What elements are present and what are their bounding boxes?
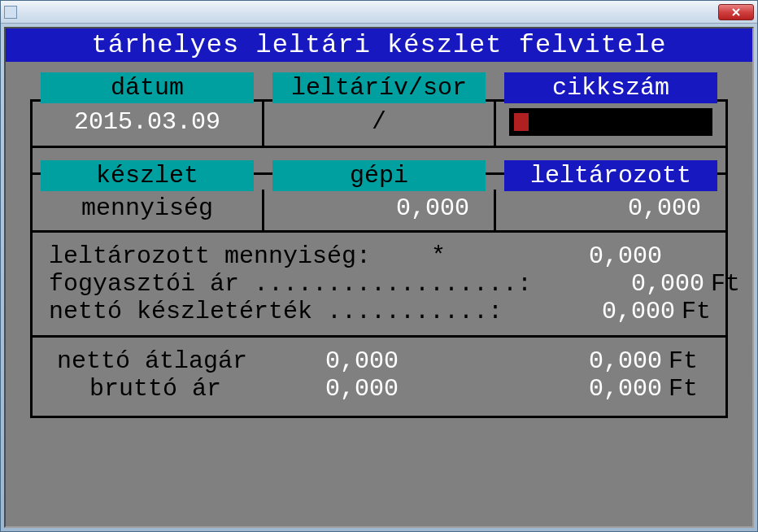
leltariv-label: leltárív/sor — [272, 72, 486, 103]
detail-line-2: fogyasztói ár ..................: 0,000 … — [49, 270, 701, 298]
close-button[interactable] — [718, 4, 754, 20]
l3-unit: Ft — [682, 298, 714, 325]
l2-label: fogyasztói ár ..................: — [49, 270, 532, 298]
p2-label: bruttó ár — [49, 375, 277, 403]
form-area: dátum 2015.03.09 leltárív/sor / cikkszám — [6, 62, 752, 434]
leltarozott-cell: leltározott 0,000 — [496, 190, 725, 230]
details-row: leltározott mennyiség: * 0,000 fogyasztó… — [30, 233, 728, 338]
gepi-cell: gépi 0,000 — [262, 190, 496, 230]
header-row: dátum 2015.03.09 leltárív/sor / cikkszám — [30, 99, 728, 146]
datum-label: dátum — [41, 72, 254, 103]
p2-v1: 0,000 — [277, 375, 439, 403]
p1-unit: Ft — [669, 347, 701, 375]
gepi-value: 0,000 — [264, 194, 494, 222]
l2-unit: Ft — [711, 270, 743, 298]
cikkszam-input[interactable] — [509, 108, 712, 136]
keszlet-cell: készlet mennyiség — [33, 190, 262, 230]
inner-panel: tárhelyes leltári készlet felvitele dátu… — [4, 27, 754, 528]
l2-value: 0,000 — [607, 270, 704, 298]
l1-label: leltározott mennyiség: — [49, 242, 371, 270]
datum-value: 2015.03.09 — [33, 108, 262, 136]
keszlet-sublabel: mennyiség — [33, 194, 262, 222]
leltariv-value[interactable]: / — [264, 108, 494, 136]
p1-v1: 0,000 — [277, 347, 439, 375]
content-area: tárhelyes leltári készlet felvitele dátu… — [1, 24, 757, 531]
p2-v2: 0,000 — [439, 375, 662, 403]
l3-label: nettó készletérték ...........: — [49, 298, 503, 325]
p2-unit: Ft — [669, 375, 701, 403]
close-icon — [732, 8, 740, 16]
l1-value: 0,000 — [564, 242, 662, 270]
gepi-label: gépi — [272, 160, 486, 191]
stock-header-row: készlet mennyiség gépi 0,000 leltározott… — [30, 190, 728, 233]
app-window: tárhelyes leltári készlet felvitele dátu… — [0, 0, 758, 532]
price-line-2: bruttó ár 0,000 0,000 Ft — [49, 375, 701, 403]
detail-line-1: leltározott mennyiség: * 0,000 — [49, 242, 701, 270]
p1-v2: 0,000 — [439, 347, 662, 375]
cikkszam-cell: cikkszám — [496, 102, 725, 146]
titlebar — [1, 1, 757, 24]
app-icon — [4, 6, 17, 19]
cikkszam-label: cikkszám — [504, 72, 717, 103]
page-title: tárhelyes leltári készlet felvitele — [6, 28, 752, 62]
cursor-icon — [514, 113, 529, 131]
l1-unit — [669, 242, 701, 270]
price-row: nettó átlagár 0,000 0,000 Ft bruttó ár 0… — [30, 338, 728, 418]
leltariv-cell: leltárív/sor / — [262, 102, 496, 146]
leltarozott-label: leltározott — [504, 160, 717, 191]
datum-cell: dátum 2015.03.09 — [33, 102, 262, 146]
p1-label: nettó átlagár — [49, 347, 277, 375]
detail-line-3: nettó készletérték ...........: 0,000 Ft — [49, 298, 701, 325]
keszlet-label: készlet — [41, 160, 254, 191]
price-line-1: nettó átlagár 0,000 0,000 Ft — [49, 347, 701, 375]
l1-mid: * — [423, 242, 486, 270]
leltarozott-value: 0,000 — [496, 194, 725, 222]
l3-value: 0,000 — [577, 298, 675, 325]
